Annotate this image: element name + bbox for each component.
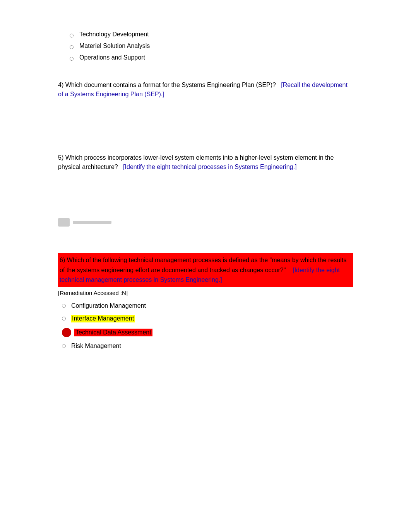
bullet-item-1: Technology Development bbox=[70, 31, 353, 38]
q5-q6-spacer bbox=[58, 187, 353, 249]
q5-image-bar bbox=[73, 221, 111, 224]
answer-row-4: Risk Management bbox=[62, 343, 353, 350]
q5-image-thumbnail bbox=[58, 218, 70, 227]
radio-circle-red-3[interactable] bbox=[62, 328, 71, 337]
radio-circle-2[interactable] bbox=[62, 317, 66, 321]
q4-q5-spacer bbox=[58, 114, 353, 153]
q4-body: Which document contains a format for the… bbox=[65, 82, 279, 88]
question-4-block: 4) Which document contains a format for … bbox=[58, 80, 353, 99]
radio-circle-1[interactable] bbox=[62, 304, 66, 308]
q5-number: 5) bbox=[58, 154, 63, 161]
top-bullet-section: Technology Development Materiel Solution… bbox=[58, 31, 353, 61]
q5-hint-link[interactable]: [Identify the eight technical processes … bbox=[123, 164, 296, 170]
answer-text-1: Configuration Management bbox=[71, 302, 146, 309]
bullet-item-2: Materiel Solution Analysis bbox=[70, 43, 353, 49]
question-5-text: 5) Which process incorporates lower-leve… bbox=[58, 153, 353, 172]
question-4-text: 4) Which document contains a format for … bbox=[58, 80, 353, 99]
q6-answers-list: Configuration Management Interface Manag… bbox=[62, 302, 353, 350]
radio-circle-4[interactable] bbox=[62, 344, 66, 348]
answer-row-3: Technical Data Assessment bbox=[62, 328, 353, 337]
question-6-block: 6) Which of the following technical mana… bbox=[58, 253, 353, 350]
answer-text-2: Interface Management bbox=[71, 315, 135, 322]
q6-spacer-text bbox=[288, 267, 291, 273]
answer-text-3: Technical Data Assessment bbox=[74, 329, 152, 336]
q6-remediation: [Remediation Accessed :N] bbox=[58, 290, 353, 296]
bullet-item-3: Operations and Support bbox=[70, 54, 353, 61]
answer-row-1: Configuration Management bbox=[62, 302, 353, 309]
answer-row-2: Interface Management bbox=[62, 315, 353, 322]
q6-question-highlight-wrap: 6) Which of the following technical mana… bbox=[58, 253, 353, 287]
q6-number: 6) bbox=[60, 257, 65, 263]
question-5-block: 5) Which process incorporates lower-leve… bbox=[58, 153, 353, 172]
answer-text-4: Risk Management bbox=[71, 343, 121, 350]
q4-number: 4) bbox=[58, 82, 63, 88]
